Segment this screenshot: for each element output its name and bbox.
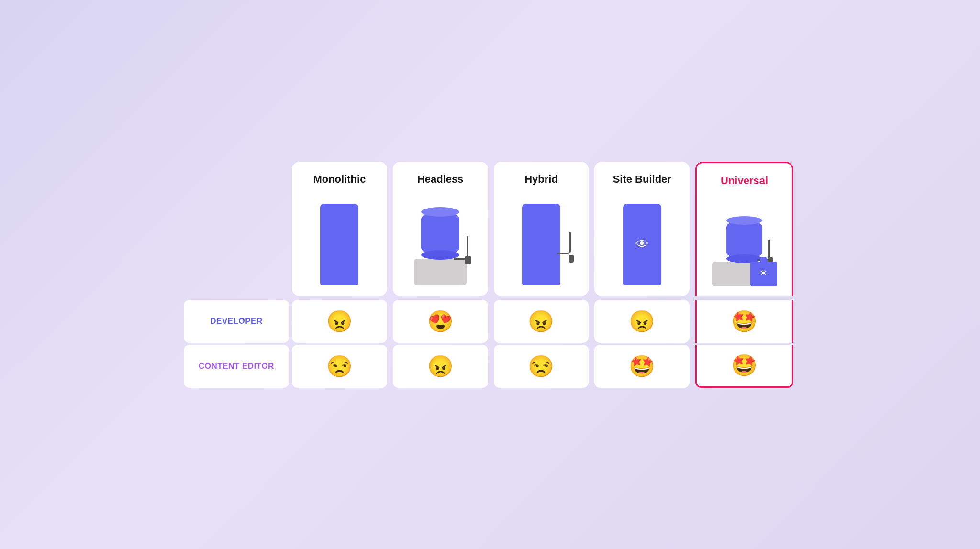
universal-illustration: 👁 <box>704 196 784 286</box>
developer-monolithic-cell: 😠 <box>292 300 387 343</box>
developer-headless-cell: 😍 <box>393 300 488 343</box>
developer-universal-emoji: 🤩 <box>731 309 757 334</box>
hybrid-rect <box>522 204 560 285</box>
content-editor-universal-emoji: 🤩 <box>731 353 757 378</box>
col-hybrid: Hybrid <box>494 162 589 296</box>
headless-wrap <box>414 212 467 285</box>
sitebuilder-wrap: 👁 <box>623 204 661 285</box>
content-editor-sitebuilder-emoji: 🤩 <box>629 354 655 379</box>
universal-cylinder-wrap <box>726 220 762 259</box>
content-editor-hybrid-emoji: 😒 <box>528 354 554 379</box>
col-sitebuilder-title: Site Builder <box>613 173 671 186</box>
content-editor-hybrid-cell: 😒 <box>494 345 589 388</box>
col-hybrid-title: Hybrid <box>524 173 558 186</box>
developer-label-text: DEVELOPER <box>210 317 262 326</box>
developer-monolithic-emoji: 😠 <box>326 309 353 334</box>
col-sitebuilder: Site Builder 👁 <box>594 162 690 296</box>
hybrid-wrap <box>522 204 560 285</box>
headless-plug-head <box>465 256 471 264</box>
col-headless: Headless <box>393 162 488 296</box>
content-editor-monolithic-cell: 😒 <box>292 345 387 388</box>
developer-sitebuilder-cell: 😠 <box>594 300 690 343</box>
developer-label-cell: DEVELOPER <box>184 300 289 343</box>
headless-illustration <box>401 194 480 285</box>
col-universal-title: Universal <box>721 175 768 187</box>
developer-hybrid-emoji: 😠 <box>528 309 554 334</box>
headless-gray-box <box>414 259 467 285</box>
header-row: Monolithic Headless <box>184 162 796 296</box>
col-headless-title: Headless <box>417 173 464 186</box>
col-universal: Universal 👁 <box>695 162 793 296</box>
universal-eye-icon: 👁 <box>759 269 768 279</box>
comparison-table: Monolithic Headless <box>184 162 796 388</box>
developer-hybrid-cell: 😠 <box>494 300 589 343</box>
sitebuilder-illustration: 👁 <box>602 194 682 285</box>
universal-bottom: 👁 <box>712 262 777 286</box>
developer-sitebuilder-emoji: 😠 <box>629 309 655 334</box>
content-editor-label-cell: CONTENT EDITOR <box>184 345 289 388</box>
developer-row: DEVELOPER 😠 😍 😠 😠 🤩 <box>184 300 796 343</box>
content-editor-row: CONTENT EDITOR 😒 😠 😒 🤩 🤩 <box>184 345 796 388</box>
content-editor-label-text: CONTENT EDITOR <box>199 362 274 371</box>
universal-wrap: 👁 <box>712 220 777 286</box>
prong-right <box>469 257 470 261</box>
universal-gray-box <box>712 262 750 286</box>
monolithic-rect <box>320 204 358 285</box>
hybrid-plug-head <box>569 255 574 263</box>
monolithic-illustration <box>300 194 379 285</box>
content-editor-headless-emoji: 😠 <box>427 354 454 379</box>
data-rows: DEVELOPER 😠 😍 😠 😠 🤩 CONTENT EDITOR <box>184 298 796 388</box>
content-editor-universal-cell: 🤩 <box>695 345 793 388</box>
developer-universal-cell: 🤩 <box>695 300 793 343</box>
universal-cylinder <box>726 220 762 259</box>
universal-puzzle-piece: 👁 <box>750 262 777 286</box>
hybrid-illustration <box>501 194 581 285</box>
col-monolithic-title: Monolithic <box>313 173 366 186</box>
hybrid-plug <box>557 232 571 254</box>
content-editor-headless-cell: 😠 <box>393 345 488 388</box>
empty-label-cell <box>184 162 289 296</box>
content-editor-sitebuilder-cell: 🤩 <box>594 345 690 388</box>
col-monolithic: Monolithic <box>292 162 387 296</box>
sitebuilder-rect: 👁 <box>623 204 661 285</box>
sitebuilder-eye-icon: 👁 <box>635 236 649 252</box>
hybrid-wire <box>557 232 571 254</box>
prong-left <box>466 257 468 261</box>
content-editor-monolithic-emoji: 😒 <box>326 354 353 379</box>
developer-headless-emoji: 😍 <box>427 309 454 334</box>
